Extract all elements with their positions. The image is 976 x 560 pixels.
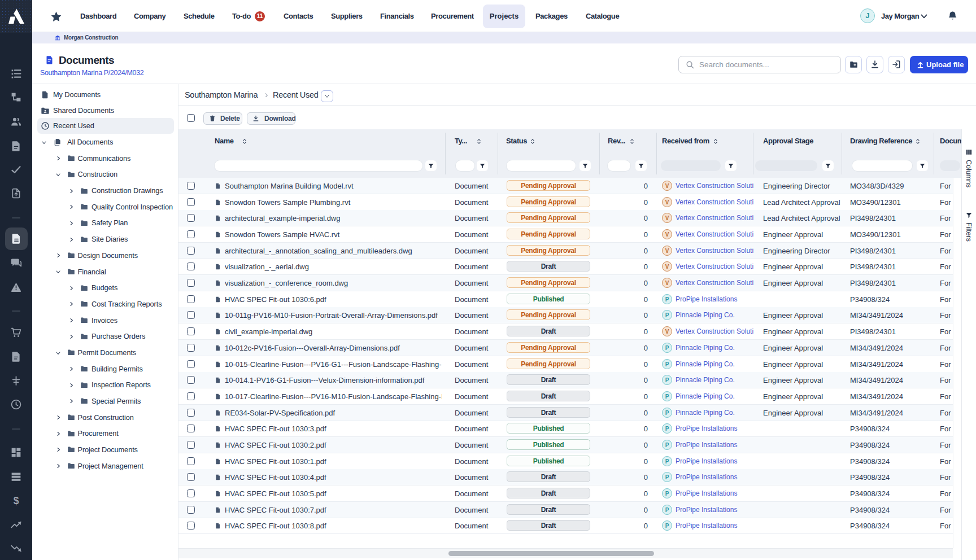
svg-text:$: $: [14, 495, 19, 506]
